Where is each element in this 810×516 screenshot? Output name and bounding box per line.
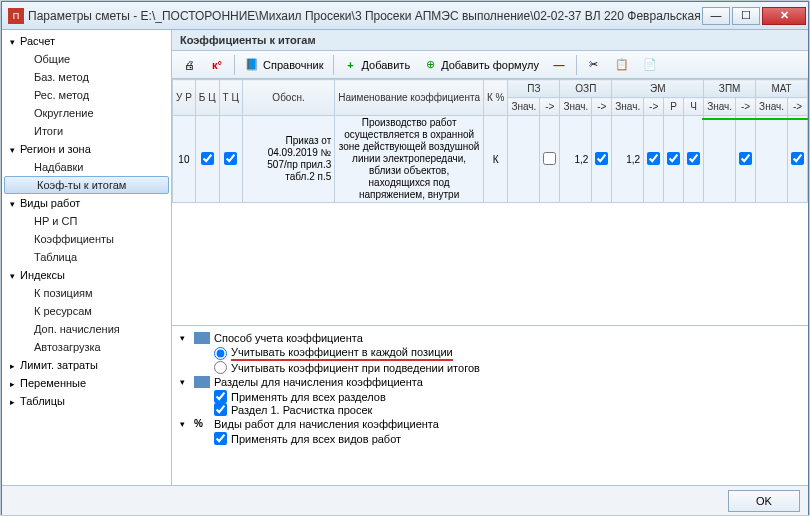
cell-em-ch[interactable] xyxy=(684,116,704,203)
col-pz-arrow[interactable]: -> xyxy=(540,98,560,116)
col-ozp-val[interactable]: Знач. xyxy=(560,98,592,116)
cell-t[interactable] xyxy=(219,116,242,203)
cell-zpm-val[interactable] xyxy=(704,116,736,203)
cell-pz-val[interactable] xyxy=(508,116,540,203)
radio-method-each[interactable]: Учитывать коэффициент в каждой позиции xyxy=(176,346,804,361)
check-section-1[interactable]: Раздел 1. Расчистка просек xyxy=(176,403,804,416)
checkbox-em[interactable] xyxy=(647,152,660,165)
cell-em-arrow[interactable] xyxy=(644,116,664,203)
col-zpm-val[interactable]: Знач. xyxy=(704,98,736,116)
cell-mat-val[interactable] xyxy=(756,116,788,203)
tree-item[interactable]: Таблица xyxy=(2,248,171,266)
cell-zpm-arrow[interactable] xyxy=(736,116,756,203)
col-em-arrow[interactable]: -> xyxy=(644,98,664,116)
checkbox-mat[interactable] xyxy=(791,152,804,165)
percent-icon: % xyxy=(194,418,210,430)
cell-b[interactable] xyxy=(195,116,219,203)
col-b[interactable]: Б Ц xyxy=(195,80,219,116)
col-name[interactable]: Наименование коэффициента xyxy=(335,80,484,116)
remove-button[interactable]: — xyxy=(546,54,572,76)
tree-group-limit[interactable]: Лимит. затраты xyxy=(2,356,171,374)
tree-item[interactable]: Доп. начисления xyxy=(2,320,171,338)
cell-ozp-arrow[interactable] xyxy=(592,116,612,203)
tree-item[interactable]: Округление xyxy=(2,104,171,122)
ok-button[interactable]: OK xyxy=(728,490,800,512)
tree-group-types[interactable]: Виды работ xyxy=(2,194,171,212)
tree-group-calc[interactable]: Расчет xyxy=(2,32,171,50)
maximize-button[interactable]: ☐ xyxy=(732,7,760,25)
cell-k[interactable]: К xyxy=(483,116,508,203)
checkbox-ozp[interactable] xyxy=(595,152,608,165)
minimize-button[interactable]: — xyxy=(702,7,730,25)
col-zpm-arrow[interactable]: -> xyxy=(736,98,756,116)
checkbox-sections-all[interactable] xyxy=(214,390,227,403)
radio-total[interactable] xyxy=(214,361,227,374)
prop-group-types[interactable]: % Виды работ для начисления коэффициента xyxy=(176,416,804,432)
tree-item[interactable]: К ресурсам xyxy=(2,302,171,320)
check-types-all[interactable]: Применять для всех видов работ xyxy=(176,432,804,445)
tree-item[interactable]: К позициям xyxy=(2,284,171,302)
checkbox-t[interactable] xyxy=(224,152,237,165)
radio-each[interactable] xyxy=(214,347,227,360)
cell-pz-arrow[interactable] xyxy=(540,116,560,203)
col-group-em[interactable]: ЭМ xyxy=(612,80,704,98)
col-group-pz[interactable]: ПЗ xyxy=(508,80,560,98)
checkbox-section-1[interactable] xyxy=(214,403,227,416)
col-group-zpm[interactable]: ЗПМ xyxy=(704,80,756,98)
checkbox-b[interactable] xyxy=(201,152,214,165)
cell-obosn[interactable]: Приказ от 04.09.2019 № 507/пр прил.3 таб… xyxy=(242,116,334,203)
col-obosn[interactable]: Обосн. xyxy=(242,80,334,116)
col-group-ozp[interactable]: ОЗП xyxy=(560,80,612,98)
print-button[interactable]: 🖨 xyxy=(176,54,202,76)
col-k[interactable]: К % xyxy=(483,80,508,116)
col-em-ch[interactable]: Ч xyxy=(684,98,704,116)
reference-button[interactable]: 📘Справочник xyxy=(239,54,329,76)
check-sections-all[interactable]: Применять для всех разделов xyxy=(176,390,804,403)
checkbox-types-all[interactable] xyxy=(214,432,227,445)
col-mat-val[interactable]: Знач. xyxy=(756,98,788,116)
tree-item-selected[interactable]: Коэф-ты к итогам xyxy=(4,176,169,194)
copy-button[interactable]: 📋 xyxy=(609,54,635,76)
tree-group-index[interactable]: Индексы xyxy=(2,266,171,284)
tree-item[interactable]: Общие xyxy=(2,50,171,68)
cell-em-r[interactable] xyxy=(664,116,684,203)
prop-group-method[interactable]: Способ учета коэффициента xyxy=(176,330,804,346)
tree-group-region[interactable]: Регион и зона xyxy=(2,140,171,158)
cell-ur[interactable]: 10 xyxy=(173,116,196,203)
col-em-r[interactable]: Р xyxy=(664,98,684,116)
cell-ozp-val[interactable]: 1,2 xyxy=(560,116,592,203)
k-button[interactable]: к° xyxy=(204,54,230,76)
checkbox-pz[interactable] xyxy=(543,152,556,165)
col-pz-val[interactable]: Знач. xyxy=(508,98,540,116)
plus-icon: + xyxy=(343,57,359,73)
tree-item[interactable]: НР и СП xyxy=(2,212,171,230)
tree-item[interactable]: Итоги xyxy=(2,122,171,140)
col-ozp-arrow[interactable]: -> xyxy=(592,98,612,116)
tree-group-vars[interactable]: Переменные xyxy=(2,374,171,392)
tree-group-tables[interactable]: Таблицы xyxy=(2,392,171,410)
cut-button[interactable]: ✂ xyxy=(581,54,607,76)
prop-group-sections[interactable]: Разделы для начисления коэффициента xyxy=(176,374,804,390)
tree-item[interactable]: Коэффициенты xyxy=(2,230,171,248)
paste-button[interactable]: 📄 xyxy=(637,54,663,76)
checkbox-em-ch[interactable] xyxy=(687,152,700,165)
add-button[interactable]: +Добавить xyxy=(338,54,416,76)
table-row[interactable]: 10 Приказ от 04.09.2019 № 507/пр прил.3 … xyxy=(173,116,808,203)
tree-item[interactable]: Баз. метод xyxy=(2,68,171,86)
close-button[interactable]: ✕ xyxy=(762,7,806,25)
checkbox-em-r[interactable] xyxy=(667,152,680,165)
cell-name[interactable]: Производство работ осуществляется в охра… xyxy=(335,116,484,203)
col-group-mat[interactable]: МАТ xyxy=(756,80,808,98)
add-formula-button[interactable]: ⊕Добавить формулу xyxy=(417,54,544,76)
tree-item[interactable]: Надбавки xyxy=(2,158,171,176)
col-em-val[interactable]: Знач. xyxy=(612,98,644,116)
radio-method-total[interactable]: Учитывать коэффициент при подведении ито… xyxy=(176,361,804,374)
cell-em-val[interactable]: 1,2 xyxy=(612,116,644,203)
tree-item[interactable]: Рес. метод xyxy=(2,86,171,104)
tree-item[interactable]: Автозагрузка xyxy=(2,338,171,356)
col-mat-arrow[interactable]: -> xyxy=(788,98,808,116)
col-t[interactable]: Т Ц xyxy=(219,80,242,116)
cell-mat-arrow[interactable] xyxy=(788,116,808,203)
checkbox-zpm[interactable] xyxy=(739,152,752,165)
col-ur[interactable]: У Р xyxy=(173,80,196,116)
